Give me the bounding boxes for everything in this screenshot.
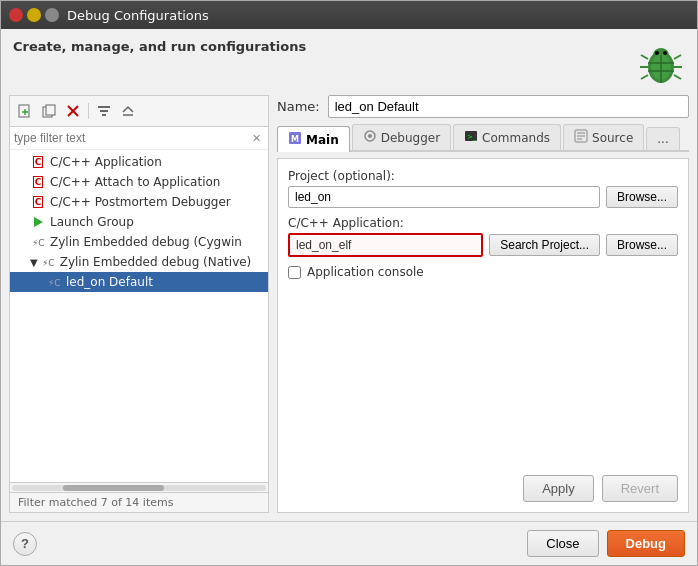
- name-input[interactable]: [328, 95, 689, 118]
- svg-text:⚡C: ⚡C: [42, 258, 55, 268]
- tree-item-label: led_on Default: [66, 275, 153, 289]
- svg-text:⚡C: ⚡C: [48, 278, 61, 288]
- filter-config-button[interactable]: [93, 100, 115, 122]
- c-icon: C: [30, 194, 46, 210]
- filter-icon: [97, 104, 111, 118]
- tree-item-label: C/C++ Attach to Application: [50, 175, 220, 189]
- close-button[interactable]: Close: [527, 530, 598, 557]
- form-spacer: [288, 287, 678, 463]
- name-label: Name:: [277, 99, 320, 114]
- tab-commands[interactable]: >_ Commands: [453, 124, 561, 150]
- app-input[interactable]: [288, 233, 483, 257]
- zylin-icon: ⚡C: [30, 234, 46, 250]
- svg-text:>_: >_: [467, 133, 477, 141]
- debug-button[interactable]: Debug: [607, 530, 685, 557]
- main-tab-icon: M: [288, 131, 302, 148]
- tab-debugger-label: Debugger: [381, 131, 440, 145]
- minimize-window-button[interactable]: [27, 8, 41, 22]
- tree-item-label: C/C++ Application: [50, 155, 162, 169]
- duplicate-config-button[interactable]: [38, 100, 60, 122]
- play-icon: [30, 214, 46, 230]
- collapse-all-button[interactable]: [117, 100, 139, 122]
- header-area: Create, manage, and run configurations: [1, 29, 697, 95]
- project-label: Project (optional):: [288, 169, 678, 183]
- bottom-right-buttons: Close Debug: [527, 530, 685, 557]
- project-row: Browse...: [288, 186, 678, 208]
- app-label: C/C++ Application:: [288, 216, 678, 230]
- left-toolbar: [10, 96, 268, 127]
- tree-item-cpp-attach[interactable]: C C/C++ Attach to Application: [10, 172, 268, 192]
- tree-item-zylin-native[interactable]: ▼ ⚡C Zylin Embedded debug (Native): [10, 252, 268, 272]
- delete-config-button[interactable]: [62, 100, 84, 122]
- app-row: Search Project... Browse...: [288, 233, 678, 257]
- svg-rect-22: [100, 110, 108, 112]
- help-button[interactable]: ?: [13, 532, 37, 556]
- app-console-label[interactable]: Application console: [307, 265, 424, 279]
- debugger-tab-icon: [363, 129, 377, 146]
- scrollbar-track: [12, 485, 266, 491]
- tree-item-cpp-app[interactable]: C C/C++ Application: [10, 152, 268, 172]
- svg-rect-21: [98, 106, 110, 108]
- checkbox-row: Application console: [288, 265, 678, 279]
- scrollbar-thumb: [63, 485, 165, 491]
- app-browse-button[interactable]: Browse...: [606, 234, 678, 256]
- tree-item-label: Zylin Embedded debug (Native): [60, 255, 252, 269]
- horizontal-scrollbar[interactable]: [10, 482, 268, 492]
- svg-rect-23: [102, 114, 106, 116]
- filter-clear-button[interactable]: ✕: [248, 130, 264, 146]
- svg-line-4: [641, 55, 648, 59]
- apply-button[interactable]: Apply: [523, 475, 594, 502]
- project-input[interactable]: [288, 186, 600, 208]
- tab-source-label: Source: [592, 131, 633, 145]
- tab-main[interactable]: M Main: [277, 126, 350, 152]
- left-panel: ✕ C C/C++ Application C C/C++ Attach to …: [9, 95, 269, 513]
- project-browse-button[interactable]: Browse...: [606, 186, 678, 208]
- new-config-button[interactable]: [14, 100, 36, 122]
- tree-item-cpp-postmortem[interactable]: C C/C++ Postmortem Debugger: [10, 192, 268, 212]
- main-content: ✕ C C/C++ Application C C/C++ Attach to …: [1, 95, 697, 521]
- tab-more-label: ...: [657, 132, 668, 146]
- tree-item-launch-group[interactable]: Launch Group: [10, 212, 268, 232]
- tab-more[interactable]: ...: [646, 127, 679, 150]
- tab-source[interactable]: Source: [563, 124, 644, 150]
- svg-text:⚡C: ⚡C: [32, 238, 45, 248]
- tab-commands-label: Commands: [482, 131, 550, 145]
- name-row: Name:: [277, 95, 689, 118]
- tree-item-led-on-default[interactable]: ⚡C led_on Default: [10, 272, 268, 292]
- duplicate-icon: [42, 104, 56, 118]
- tree-item-zylin-cygwin[interactable]: ⚡C Zylin Embedded debug (Cygwin: [10, 232, 268, 252]
- revert-button[interactable]: Revert: [602, 475, 678, 502]
- svg-rect-18: [46, 105, 55, 115]
- svg-point-3: [663, 51, 667, 55]
- filter-input[interactable]: [14, 131, 248, 145]
- toolbar-separator: [88, 103, 89, 119]
- close-window-button[interactable]: [9, 8, 23, 22]
- svg-rect-14: [19, 105, 29, 117]
- app-console-checkbox[interactable]: [288, 266, 301, 279]
- svg-point-2: [655, 51, 659, 55]
- svg-text:M: M: [291, 135, 299, 144]
- header-subtitle: Create, manage, and run configurations: [13, 39, 306, 54]
- action-row: Apply Revert: [288, 471, 678, 502]
- filter-status: Filter matched 7 of 14 items: [10, 492, 268, 512]
- svg-line-9: [674, 75, 681, 79]
- tree-item-label: C/C++ Postmortem Debugger: [50, 195, 231, 209]
- tab-debugger[interactable]: Debugger: [352, 124, 451, 150]
- zylin-icon: ⚡C: [40, 254, 56, 270]
- zylin-sub-icon: ⚡C: [46, 274, 62, 290]
- new-icon: [18, 104, 32, 118]
- tree-item-label: Zylin Embedded debug (Cygwin: [50, 235, 242, 249]
- tabs-bar: M Main Debugger >_ Commands: [277, 124, 689, 152]
- config-form: Project (optional): Browse... C/C++ Appl…: [277, 158, 689, 513]
- search-project-button[interactable]: Search Project...: [489, 234, 600, 256]
- c-icon: C: [30, 174, 46, 190]
- collapse-all-icon: [121, 104, 135, 118]
- tree-area: C C/C++ Application C C/C++ Attach to Ap…: [10, 150, 268, 482]
- title-bar: Debug Configurations: [1, 1, 697, 29]
- maximize-window-button[interactable]: [45, 8, 59, 22]
- svg-point-32: [368, 134, 372, 138]
- expand-icon: ▼: [30, 257, 38, 268]
- svg-marker-25: [34, 217, 43, 227]
- bug-icon: [637, 39, 685, 87]
- c-icon: C: [30, 154, 46, 170]
